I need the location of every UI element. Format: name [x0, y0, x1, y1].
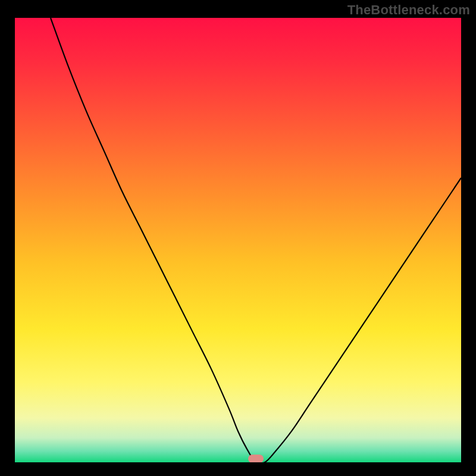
optimal-marker: [248, 455, 264, 462]
chart-frame: TheBottleneck.com: [0, 0, 476, 476]
gradient-background: [15, 18, 461, 462]
bottleneck-chart: [15, 18, 461, 462]
watermark-text: TheBottleneck.com: [347, 2, 470, 18]
chart-plot-area: [15, 18, 461, 462]
